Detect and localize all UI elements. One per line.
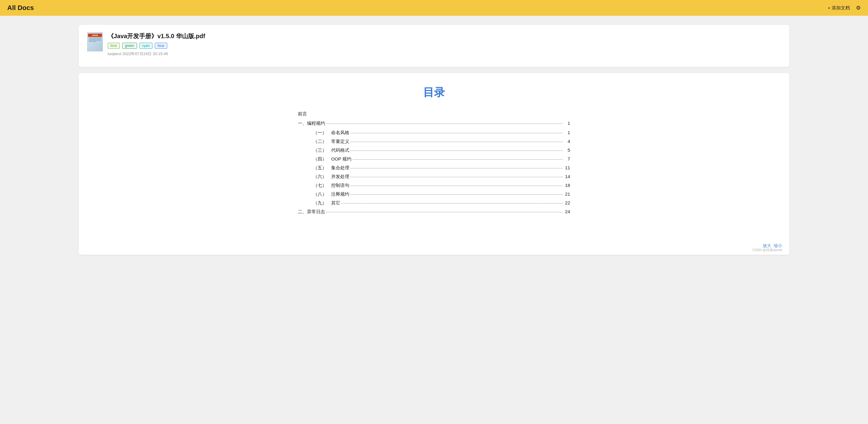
toc-page: 14 [564, 172, 570, 180]
settings-icon[interactable]: ⚙ [856, 4, 861, 11]
tag-green[interactable]: green [122, 43, 137, 49]
doc-author: luojiarui [108, 52, 121, 56]
toc-dots [353, 159, 563, 160]
toc-label: （七） 控制语句 [313, 181, 349, 189]
add-doc-button[interactable]: + 添加文档 [828, 5, 850, 11]
toc-label: （五） 集合处理 [313, 164, 349, 172]
toc-dots [326, 123, 563, 124]
toc-label: 二、异常日志 [298, 207, 325, 216]
toc-entry-1-7: （七） 控制语句 18 [298, 181, 570, 189]
toc-entry-1-8: （八） 注释规约 21 [298, 190, 570, 198]
toc-entry-1-5: （五） 集合处理 11 [298, 164, 570, 172]
toc-entry-2: 二、异常日志 24 [298, 207, 570, 216]
doc-info: 《Java开发手册》v1.5.0 华山版.pdf lime green cyan… [108, 32, 781, 57]
toc-label: （六） 并发处理 [313, 172, 349, 180]
tag-blue[interactable]: blue [155, 43, 167, 49]
tag-lime[interactable]: lime [108, 43, 120, 49]
toc-dots [341, 203, 563, 203]
toc-entry-1-6: （六） 并发处理 14 [298, 172, 570, 180]
toc-entry-1-9: （九） 其它 22 [298, 199, 570, 207]
toc-page: 1 [564, 119, 570, 127]
tag-cyan[interactable]: cyan [140, 43, 152, 49]
doc-card: JAVA 《Java开发手册》v1.5.0 华山版.pdf lime green… [79, 25, 789, 67]
toc-page: 5 [564, 146, 570, 154]
toc-page: 22 [564, 199, 570, 207]
toc-entry-1-2: （二） 常量定义 4 [298, 137, 570, 145]
pdf-viewer-card: 目录 前言 一、编程规约 1 （一） 命名风格 1 （二） 常量定义 4 [79, 73, 789, 255]
toc-label: （三） 代码格式 [313, 146, 349, 154]
toc-title: 目录 [97, 85, 771, 100]
toc-page: 21 [564, 190, 570, 198]
toc-page: 11 [564, 164, 570, 172]
toc-page: 1 [564, 129, 570, 137]
toc-label: （八） 注释规约 [313, 190, 349, 198]
doc-header: JAVA 《Java开发手册》v1.5.0 华山版.pdf lime green… [87, 32, 781, 57]
app-title: All Docs [7, 4, 34, 12]
toc-label: 前言 [298, 110, 307, 118]
toc-label: （四） OOP 规约 [313, 155, 351, 163]
toc-dots [350, 150, 563, 151]
csdn-watermark: CSDN @佳瑞Jarrett [752, 248, 782, 252]
toc-dots [350, 142, 563, 142]
toc-label: （九） 其它 [313, 199, 340, 207]
toc-dots [350, 168, 563, 168]
main-content: JAVA 《Java开发手册》v1.5.0 华山版.pdf lime green… [0, 16, 868, 264]
doc-date: 2022年07月24日 20:15:46 [122, 52, 168, 56]
toc-label: （一） 命名风格 [313, 129, 349, 137]
toc-label: 一、编程规约 [298, 119, 325, 127]
doc-tags: lime green cyan blue [108, 43, 781, 49]
toc-entry-1: 一、编程规约 1 [298, 119, 570, 127]
toc-entry-1-4: （四） OOP 规约 7 [298, 155, 570, 163]
toc-dots [350, 177, 563, 177]
toc-entry-foreword: 前言 [298, 110, 570, 118]
toc-page: 7 [564, 155, 570, 163]
doc-title: 《Java开发手册》v1.5.0 华山版.pdf [108, 32, 781, 40]
toc-container: 前言 一、编程规约 1 （一） 命名风格 1 （二） 常量定义 4 （三） 代码… [298, 110, 570, 216]
header-actions: + 添加文档 ⚙ [828, 4, 861, 11]
toc-page: 4 [564, 137, 570, 145]
toc-label: （二） 常量定义 [313, 137, 349, 145]
toc-dots [326, 212, 563, 212]
doc-meta: luojiarui 2022年07月24日 20:15:46 [108, 51, 781, 57]
toc-dots [350, 194, 563, 195]
toc-entry-1-3: （三） 代码格式 5 [298, 146, 570, 154]
toc-dots [350, 133, 563, 133]
toc-page: 24 [564, 207, 570, 216]
app-header: All Docs + 添加文档 ⚙ [0, 0, 868, 16]
toc-page: 18 [564, 181, 570, 189]
doc-thumbnail: JAVA [87, 32, 103, 52]
toc-entry-1-1: （一） 命名风格 1 [298, 129, 570, 137]
toc-dots [350, 186, 563, 186]
